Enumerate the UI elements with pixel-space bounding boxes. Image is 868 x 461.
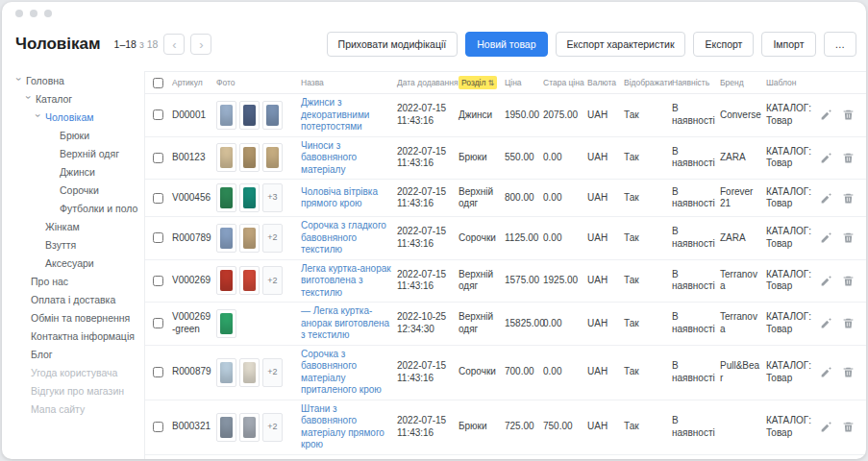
row-checkbox[interactable] — [153, 276, 163, 286]
product-name-link[interactable]: Джинси з декоративними потертостями — [301, 97, 369, 132]
edit-button[interactable] — [819, 274, 832, 287]
sidebar-item-label: Мапа сайту — [31, 403, 85, 415]
more-photos-badge[interactable]: +2 — [262, 358, 283, 387]
more-photos-badge[interactable]: +3 — [262, 183, 283, 212]
product-name-link[interactable]: Сорочка з гладкого бавовняного текстилю — [301, 220, 386, 255]
product-photo[interactable] — [239, 143, 260, 172]
delete-button[interactable] — [841, 274, 855, 287]
delete-button[interactable] — [841, 109, 855, 122]
product-photo[interactable] — [239, 459, 260, 460]
sidebar-item-accessories[interactable]: Аксесуари — [10, 254, 144, 272]
hide-modifications-button[interactable]: Приховати модифікації — [327, 32, 459, 57]
product-photo[interactable] — [262, 143, 283, 172]
new-product-button[interactable]: Новий товар — [465, 32, 547, 57]
product-name-link[interactable]: — Легка куртка-анорак виготовлена з текс… — [301, 305, 389, 340]
sidebar-item-catalog[interactable]: ›Каталог — [10, 89, 144, 108]
date-cell: 2022-07-15 11:43:16 — [395, 458, 457, 459]
sidebar-item-tshirts-polo[interactable]: Футболки и поло — [10, 199, 144, 217]
product-photo[interactable] — [216, 143, 236, 172]
sidebar-item-store-reviews[interactable]: Відгуки про магазин — [10, 381, 144, 400]
sidebar-item-shirts[interactable]: Сорочки — [10, 181, 144, 199]
product-name-link[interactable]: Чоловіча вітрівка прямого крою — [301, 186, 378, 209]
edit-button[interactable] — [819, 109, 832, 122]
column-header-brand: Бренд — [718, 76, 764, 89]
more-photos-badge[interactable]: +2 — [262, 459, 283, 460]
product-name-link[interactable]: Чиноси з бавовняного матеріалу — [301, 140, 357, 175]
sidebar-item-label: Джинси — [60, 166, 95, 178]
next-page-button[interactable]: › — [190, 34, 211, 55]
product-name-link[interactable]: Легка куртка-анорак виготовлена з тексти… — [301, 263, 391, 298]
template-cell: КАТАЛОГ: Товар — [764, 143, 816, 173]
delete-button[interactable] — [841, 317, 855, 330]
more-photos-badge[interactable]: +2 — [262, 266, 283, 295]
product-photo[interactable] — [239, 183, 260, 212]
column-header-photo: Фото — [214, 76, 299, 89]
product-photo[interactable] — [216, 309, 236, 338]
edit-button[interactable] — [819, 151, 832, 164]
sidebar-item-sitemap[interactable]: Мапа сайту — [10, 400, 144, 418]
product-photo[interactable] — [216, 413, 236, 442]
export-characteristics-button[interactable]: Експорт характеристик — [556, 32, 686, 57]
edit-button[interactable] — [819, 421, 832, 434]
product-photo[interactable] — [216, 358, 236, 387]
delete-button[interactable] — [841, 366, 855, 379]
row-checkbox[interactable] — [153, 153, 163, 163]
more-photos-badge[interactable]: +2 — [262, 224, 283, 253]
product-photo[interactable] — [262, 101, 283, 130]
row-select-cell — [145, 230, 170, 246]
row-checkbox[interactable] — [153, 232, 163, 243]
import-button[interactable]: Імпорт — [761, 32, 815, 57]
more-photos-badge[interactable]: +2 — [262, 413, 283, 442]
product-photo[interactable] — [216, 224, 236, 253]
product-photo[interactable] — [216, 183, 236, 212]
edit-button[interactable] — [819, 366, 832, 379]
product-photo[interactable] — [239, 224, 260, 253]
sidebar-item-contacts[interactable]: Контактна інформація — [10, 327, 144, 345]
edit-button[interactable] — [819, 317, 832, 330]
product-photo[interactable] — [216, 266, 236, 295]
sidebar-item-footwear[interactable]: Взуття — [10, 235, 144, 254]
select-all-checkbox[interactable] — [153, 78, 163, 88]
product-photo[interactable] — [216, 101, 236, 130]
product-photo[interactable] — [239, 101, 260, 130]
table-row: R000789 +2 Сорочка з гладкого бавовняног… — [145, 217, 866, 260]
edit-button[interactable] — [819, 231, 832, 245]
row-checkbox[interactable] — [153, 367, 163, 377]
prev-page-button[interactable]: ‹ — [163, 34, 185, 55]
sidebar-item-about[interactable]: Про нас — [10, 272, 144, 290]
sidebar-item-user-agreement[interactable]: Угода користувача — [10, 363, 144, 381]
delete-button[interactable] — [841, 191, 855, 205]
sidebar-item-home[interactable]: ›Головна — [10, 71, 144, 89]
product-photo[interactable] — [239, 413, 260, 442]
brand-cell: Converse — [718, 107, 764, 125]
row-checkbox[interactable] — [153, 318, 163, 328]
export-button[interactable]: Експорт — [693, 32, 754, 57]
sidebar-item-exchange-return[interactable]: Обмін та повернення — [10, 308, 144, 327]
sidebar-item-pants[interactable]: Брюки — [10, 126, 144, 144]
more-button[interactable]: … — [824, 32, 857, 57]
delete-button[interactable] — [841, 421, 855, 434]
sidebar-item-women[interactable]: Жінкам — [10, 217, 144, 235]
product-name-link[interactable]: Сорочка з бавовняного матеріалу притален… — [301, 349, 382, 396]
row-checkbox[interactable] — [153, 422, 163, 432]
column-header-display: Відображати — [622, 76, 670, 89]
row-actions — [816, 148, 866, 167]
sidebar-item-payment-delivery[interactable]: Оплата і доставка — [10, 290, 144, 308]
edit-button[interactable] — [819, 191, 832, 205]
delete-button[interactable] — [841, 151, 855, 164]
product-photo[interactable] — [216, 459, 236, 460]
row-checkbox[interactable] — [153, 109, 163, 120]
sidebar-item-jeans[interactable]: Джинси — [10, 162, 144, 181]
column-header-section[interactable]: Розділ⇅ — [457, 74, 503, 91]
row-checkbox[interactable] — [153, 193, 163, 204]
pagination-total: з 18 — [139, 38, 158, 50]
product-photo[interactable] — [239, 358, 260, 387]
delete-button[interactable] — [841, 231, 855, 245]
product-photo[interactable] — [239, 266, 260, 295]
template-cell: КАТАЛОГ: Товар — [764, 183, 816, 213]
time-added: 11:43:16 — [397, 280, 455, 293]
sidebar-item-blog[interactable]: Блог — [10, 345, 144, 363]
sidebar-item-outerwear[interactable]: Верхній одяг — [10, 144, 144, 162]
product-name-link[interactable]: Штани з бавовняного матеріалу прямого кр… — [301, 403, 384, 450]
sidebar-item-men[interactable]: ›Чоловікам — [10, 108, 144, 126]
